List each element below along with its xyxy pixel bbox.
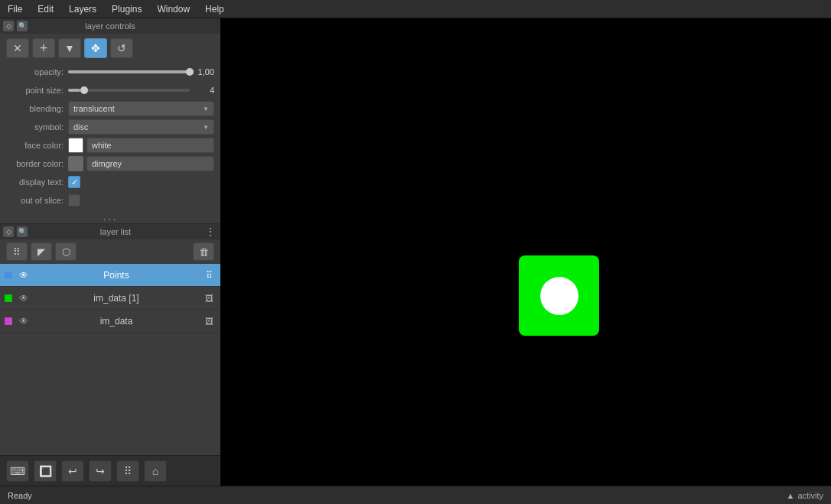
symbol-dropdown[interactable]: disc ▼ [68, 119, 214, 135]
layer-color-imdata [5, 317, 12, 325]
layer-item-imdata1[interactable]: 👁 im_data [1] 🖼 [0, 287, 220, 310]
layer-icon-imdata: 🖼 [202, 314, 216, 328]
menubar: File Edit Layers Plugins Window Help [0, 0, 831, 18]
layer-controls-title: layer controls [85, 21, 135, 31]
blending-dropdown-arrow: ▼ [203, 106, 209, 112]
status-text: Ready [8, 491, 32, 500]
add-layer-button[interactable]: + [32, 38, 55, 58]
layer-list-panel: ◇ 🔍 layer list ⋮ ⠿ ◤ ⬡ 🗑 👁 Points ⠿ [0, 224, 220, 455]
panel-pin-icon[interactable]: ◇ [3, 21, 14, 31]
layer-color-imdata1 [5, 294, 12, 302]
layer-list-header: ◇ 🔍 layer list ⋮ [0, 224, 220, 239]
menu-file[interactable]: File [5, 2, 25, 16]
menu-help[interactable]: Help [202, 2, 227, 16]
border-color-text[interactable]: dimgrey [86, 156, 214, 171]
layer-list-menu-icon[interactable]: ⋮ [204, 226, 217, 237]
layer-list-pin-icon[interactable]: ◇ [3, 226, 14, 237]
rotate-button[interactable]: ↺ [110, 38, 133, 58]
opacity-value: 1,00 [193, 67, 214, 76]
layer-eye-points[interactable]: 👁 [17, 268, 31, 282]
layer-name-imdata: im_data [35, 316, 197, 327]
face-color-label: face color: [6, 141, 64, 150]
layer-controls-header: ◇ 🔍 layer controls [0, 18, 220, 34]
polygon-tool-button[interactable]: ⬡ [55, 242, 77, 261]
layer-list-title: layer list [28, 227, 204, 236]
statusbar: Ready ▲ activity [0, 486, 831, 504]
layer-name-points: Points [35, 270, 197, 281]
layer-list-search-icon[interactable]: 🔍 [17, 226, 28, 237]
layer-tool-buttons: ⠿ ◤ ⬡ [6, 242, 77, 261]
point-size-slider[interactable] [68, 89, 190, 92]
canvas-area[interactable] [220, 18, 831, 486]
menu-window[interactable]: Window [154, 2, 193, 16]
panel-search-icon[interactable]: 🔍 [17, 21, 28, 31]
point-size-label: point size: [6, 86, 64, 95]
shapes-tool-button[interactable]: ◤ [31, 242, 52, 261]
blending-row: blending: translucent ▼ [0, 99, 220, 118]
points-tool-button[interactable]: ⠿ [6, 242, 28, 261]
display-text-checkbox[interactable]: ✓ [68, 176, 80, 188]
menu-plugins[interactable]: Plugins [109, 2, 145, 16]
border-color-label: border color: [6, 159, 64, 168]
point-size-row: point size: 4 [0, 81, 220, 99]
blending-label: blending: [6, 104, 64, 113]
layer-name-imdata1: im_data [1] [35, 293, 197, 304]
opacity-row: opacity: 1,00 [0, 63, 220, 81]
out-of-slice-checkbox[interactable] [68, 194, 80, 206]
opacity-label: opacity: [6, 67, 64, 76]
layer-controls-panel: ◇ 🔍 layer controls ✕ + ▼ ✥ ↺ opacity: [0, 18, 220, 224]
forward-button[interactable]: ↪ [89, 460, 112, 482]
layer-eye-imdata1[interactable]: 👁 [17, 291, 31, 305]
blending-dropdown[interactable]: translucent ▼ [68, 101, 214, 116]
filter-button[interactable]: ▼ [58, 38, 81, 58]
menu-edit[interactable]: Edit [34, 2, 57, 16]
move-button[interactable]: ✥ [84, 38, 107, 58]
border-color-row: border color: dimgrey [0, 154, 220, 173]
layer-color-points [5, 272, 12, 279]
console-button[interactable]: ⌨ [6, 460, 29, 482]
border-color-swatch[interactable] [68, 156, 83, 171]
layer-item-imdata[interactable]: 👁 im_data 🖼 [0, 310, 220, 333]
face-color-swatch[interactable] [68, 138, 83, 153]
left-panel: ◇ 🔍 layer controls ✕ + ▼ ✥ ↺ opacity: [0, 18, 220, 486]
symbol-label: symbol: [6, 122, 64, 132]
out-of-slice-label: out of slice: [6, 196, 64, 205]
bottom-toolbar: ⌨ 🔳 ↩ ↪ ⠿ ⌂ [0, 455, 220, 486]
point-size-value: 4 [193, 86, 214, 95]
layer-toolbar: ⠿ ◤ ⬡ 🗑 [0, 239, 220, 264]
delete-layer-button[interactable]: 🗑 [193, 242, 214, 261]
close-layer-button[interactable]: ✕ [6, 38, 29, 58]
more-options[interactable]: ... [0, 210, 220, 223]
canvas-green-square [519, 255, 599, 336]
face-color-text[interactable]: white [86, 138, 214, 153]
menu-layers[interactable]: Layers [66, 2, 99, 16]
screenshot-button[interactable]: 🔳 [34, 460, 57, 482]
back-button[interactable]: ↩ [61, 460, 84, 482]
symbol-dropdown-arrow: ▼ [203, 124, 209, 131]
layer-item-points[interactable]: 👁 Points ⠿ [0, 264, 220, 287]
display-text-label: display text: [6, 177, 64, 187]
main-area: ◇ 🔍 layer controls ✕ + ▼ ✥ ↺ opacity: [0, 18, 831, 486]
layer-eye-imdata[interactable]: 👁 [17, 314, 31, 328]
activity-text: activity [797, 491, 823, 500]
face-color-row: face color: white [0, 136, 220, 154]
opacity-slider[interactable] [68, 70, 190, 73]
activity-button[interactable]: ▲ activity [786, 491, 823, 500]
activity-icon: ▲ [786, 491, 794, 500]
home-button[interactable]: ⌂ [144, 460, 167, 482]
symbol-row: symbol: disc ▼ [0, 118, 220, 136]
grid-button[interactable]: ⠿ [116, 460, 139, 482]
out-of-slice-row: out of slice: [0, 191, 220, 210]
layer-icon-imdata1: 🖼 [202, 291, 216, 305]
controls-toolbar: ✕ + ▼ ✥ ↺ [0, 34, 220, 63]
layer-list-header-icons: ◇ 🔍 [3, 226, 28, 237]
canvas-white-circle [540, 277, 578, 315]
display-text-row: display text: ✓ [0, 173, 220, 191]
layer-move-points[interactable]: ⠿ [202, 268, 216, 282]
